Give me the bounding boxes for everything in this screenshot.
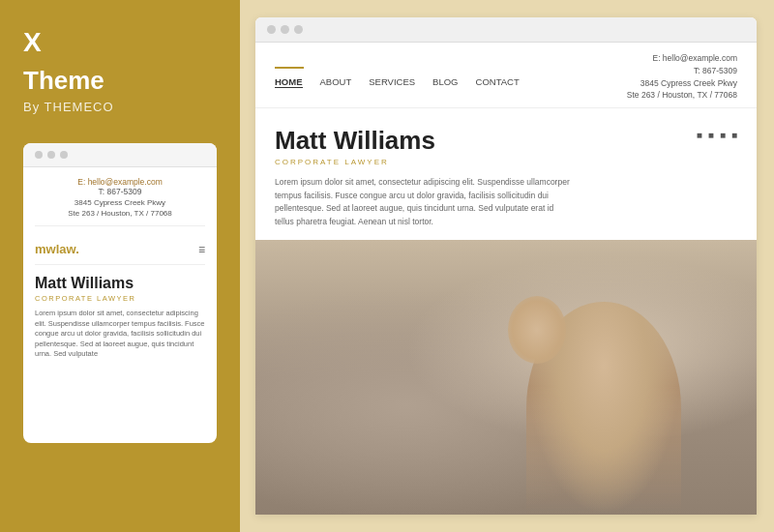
desktop-nav-left: HOME ABOUT SERVICES BLOG CONTACT bbox=[275, 67, 520, 88]
desktop-phone: T: 867-5309 bbox=[627, 65, 737, 77]
mobile-lorem-text: Lorem ipsum dolor sit amet, consectetur … bbox=[35, 309, 205, 360]
desktop-hero-left: Matt Williams CORPORATE LAWYER Lorem ips… bbox=[275, 126, 697, 228]
mobile-address-1: 3845 Cypress Creek Pkwy bbox=[35, 198, 205, 207]
mobile-hero-name: Matt Williams bbox=[35, 275, 205, 292]
person-head-shape bbox=[508, 296, 566, 364]
logo-line bbox=[275, 67, 304, 69]
sidebar-title: Theme bbox=[23, 66, 217, 96]
desktop-address-1: 3845 Cypress Creek Pkwy bbox=[627, 77, 737, 90]
social-facebook-icon[interactable]: ■ bbox=[697, 130, 702, 140]
main-preview-area: HOME ABOUT SERVICES BLOG CONTACT E: hell… bbox=[240, 0, 774, 532]
desktop-nav-bar: HOME ABOUT SERVICES BLOG CONTACT E: hell… bbox=[255, 43, 757, 108]
hero-image bbox=[255, 240, 757, 515]
desktop-browser-bar bbox=[255, 17, 757, 43]
desktop-body: Matt Williams CORPORATE LAWYER Lorem ips… bbox=[255, 108, 757, 515]
desktop-preview: HOME ABOUT SERVICES BLOG CONTACT E: hell… bbox=[255, 17, 757, 515]
desktop-dot-red bbox=[267, 25, 276, 34]
dot-red bbox=[35, 151, 43, 159]
nav-contact[interactable]: CONTACT bbox=[476, 76, 520, 88]
desktop-address-2: Ste 263 / Houston, TX / 77068 bbox=[627, 89, 737, 102]
nav-services[interactable]: SERVICES bbox=[369, 76, 415, 88]
mobile-preview-card: E: hello@example.com T: 867-5309 3845 Cy… bbox=[23, 143, 217, 443]
desktop-email: E: hello@example.com bbox=[627, 52, 737, 65]
sidebar: X Theme By THEMECO E: hello@example.com … bbox=[0, 0, 240, 532]
desktop-nav-links: HOME ABOUT SERVICES BLOG CONTACT bbox=[275, 76, 520, 88]
dot-yellow bbox=[47, 151, 55, 159]
desktop-image-area bbox=[255, 240, 757, 515]
traffic-lights bbox=[35, 151, 68, 159]
mobile-address-2: Ste 263 / Houston, TX / 77068 bbox=[35, 209, 205, 218]
desktop-dot-green bbox=[294, 25, 303, 34]
social-linkedin-icon[interactable]: ■ bbox=[731, 130, 737, 140]
mobile-email: E: hello@example.com bbox=[35, 177, 205, 187]
dot-green bbox=[60, 151, 68, 159]
social-instagram-icon[interactable]: ■ bbox=[708, 130, 714, 140]
nav-home[interactable]: HOME bbox=[275, 76, 303, 88]
mobile-hero-role: CORPORATE LAWYER bbox=[35, 294, 205, 303]
mobile-contact-info: E: hello@example.com T: 867-5309 3845 Cy… bbox=[35, 177, 205, 226]
sidebar-by-label: By THEMECO bbox=[23, 100, 217, 114]
desktop-hero-role: CORPORATE LAWYER bbox=[275, 158, 697, 166]
nav-about[interactable]: ABOUT bbox=[320, 76, 352, 88]
sidebar-logo-area: X bbox=[23, 29, 217, 56]
mobile-preview-body: E: hello@example.com T: 867-5309 3845 Cy… bbox=[23, 167, 217, 369]
nav-blog[interactable]: BLOG bbox=[432, 76, 458, 88]
desktop-dot-yellow bbox=[281, 25, 289, 34]
desktop-traffic-lights bbox=[267, 25, 303, 34]
photo-background bbox=[255, 240, 757, 515]
hamburger-icon: ≡ bbox=[198, 243, 205, 256]
desktop-hero-section: Matt Williams CORPORATE LAWYER Lorem ips… bbox=[255, 108, 757, 240]
desktop-website-content: HOME ABOUT SERVICES BLOG CONTACT E: hell… bbox=[255, 43, 757, 515]
mobile-preview-header bbox=[23, 143, 217, 167]
mobile-nav-bar: mwlaw. ≡ bbox=[35, 234, 205, 265]
social-youtube-icon[interactable]: ■ bbox=[720, 130, 726, 140]
desktop-hero-name: Matt Williams bbox=[275, 126, 697, 156]
desktop-hero-lorem: Lorem ipsum dolor sit amet, consectetur … bbox=[275, 176, 575, 228]
social-icons-area: ■ ■ ■ ■ bbox=[697, 130, 737, 140]
mobile-phone: T: 867-5309 bbox=[35, 187, 205, 196]
x-logo: X bbox=[23, 29, 42, 56]
desktop-contact-info: E: hello@example.com T: 867-5309 3845 Cy… bbox=[627, 52, 737, 102]
mobile-logo: mwlaw. bbox=[35, 242, 79, 256]
